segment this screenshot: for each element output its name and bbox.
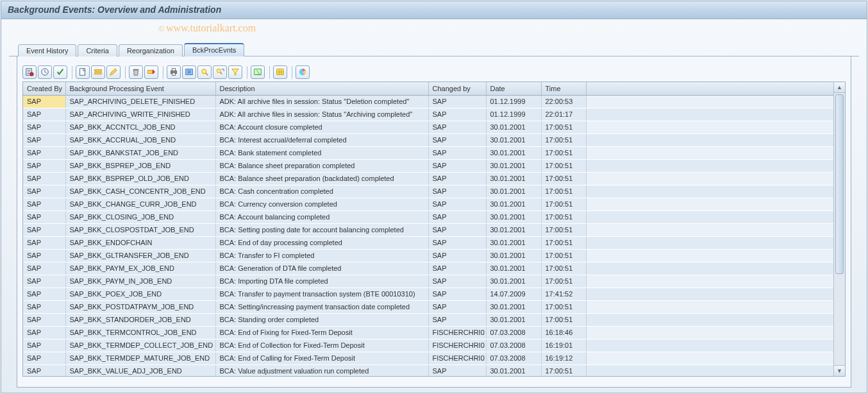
cell-date[interactable]: 01.12.1999 <box>486 96 541 108</box>
cell-desc[interactable]: BCA: Balance sheet preparation (backdate… <box>215 173 428 185</box>
cell-changedBy[interactable]: SAP <box>428 185 486 198</box>
cell-event[interactable]: SAP_BKK_POSTDATPAYM_JOB_END <box>65 301 215 314</box>
cell-event[interactable]: SAP_BKK_CHANGE_CURR_JOB_END <box>65 198 215 211</box>
cell-event[interactable]: SAP_BKK_STANDORDER_JOB_END <box>65 314 215 327</box>
cell-createdBy[interactable]: SAP <box>23 121 65 134</box>
cell-time[interactable]: 17:41:52 <box>541 288 586 301</box>
cell-time[interactable]: 17:00:51 <box>541 314 586 327</box>
cell-changedBy[interactable]: SAP <box>428 108 486 121</box>
table-row[interactable]: SAPSAP_BKK_CLOSING_JOB_ENDBCA: Account b… <box>23 211 845 224</box>
cell-createdBy[interactable]: SAP <box>23 211 65 224</box>
cell-time[interactable]: 17:00:51 <box>541 173 586 185</box>
cell-event[interactable]: SAP_BKK_ACCRUAL_JOB_END <box>65 134 215 147</box>
print-button[interactable] <box>167 65 181 79</box>
cell-desc[interactable]: BCA: Generation of DTA file completed <box>215 262 428 275</box>
cell-changedBy[interactable]: FISCHERCHRI0 <box>428 352 486 365</box>
chart-button[interactable] <box>296 65 310 79</box>
cell-changedBy[interactable]: SAP <box>428 211 486 224</box>
cell-time[interactable]: 16:19:01 <box>541 339 586 352</box>
scroll-down-arrow-icon[interactable]: ▼ <box>834 365 845 376</box>
table-row[interactable]: SAPSAP_BKK_BSPREP_JOB_ENDBCA: Balance sh… <box>23 160 845 173</box>
cell-time[interactable]: 16:18:46 <box>541 327 586 339</box>
cell-date[interactable]: 14.07.2009 <box>486 288 541 301</box>
cell-changedBy[interactable]: SAP <box>428 237 486 250</box>
cell-date[interactable]: 01.12.1999 <box>486 108 541 121</box>
cell-date[interactable]: 30.01.2001 <box>486 224 541 237</box>
cell-desc[interactable]: BCA: Interest accrual/deferral completed <box>215 134 428 147</box>
tab-bckprocevnts[interactable]: BckProcEvnts <box>184 43 244 56</box>
cell-date[interactable]: 30.01.2001 <box>486 134 541 147</box>
cell-event[interactable]: SAP_BKK_TERMDEP_MATURE_JOB_END <box>65 352 215 365</box>
table-row[interactable]: SAPSAP_BKK_TERMDEP_COLLECT_JOB_ENDBCA: E… <box>23 339 845 352</box>
cell-changedBy[interactable]: SAP <box>428 160 486 173</box>
cell-desc[interactable]: BCA: End of Collection for Fixed-Term De… <box>215 339 428 352</box>
cell-event[interactable]: SAP_BKK_VALUE_ADJ_JOB_END <box>65 365 215 377</box>
cell-desc[interactable]: BCA: End of day processing completed <box>215 237 428 250</box>
cell-date[interactable]: 30.01.2001 <box>486 275 541 288</box>
cell-changedBy[interactable]: SAP <box>428 121 486 134</box>
table-row[interactable]: SAPSAP_BKK_TERMCONTROL_JOB_ENDBCA: End o… <box>23 327 845 339</box>
pencil-button[interactable] <box>106 65 121 79</box>
tab-event-history[interactable]: Event History <box>18 44 76 56</box>
table-row[interactable]: SAPSAP_BKK_TERMDEP_MATURE_JOB_ENDBCA: En… <box>23 352 845 365</box>
table-row[interactable]: SAPSAP_ARCHIVING_DELETE_FINISHEDADK: All… <box>23 96 845 108</box>
doc-list-button[interactable] <box>22 65 37 79</box>
table-row[interactable]: SAPSAP_BKK_BSPREP_OLD_JOB_ENDBCA: Balanc… <box>23 173 845 185</box>
cell-desc[interactable]: BCA: Account closure completed <box>215 121 428 134</box>
tab-reorganization[interactable]: Reorganization <box>119 44 183 56</box>
cell-time[interactable]: 17:00:51 <box>541 237 586 250</box>
cell-changedBy[interactable]: SAP <box>428 134 486 147</box>
cell-time[interactable]: 17:00:51 <box>541 250 586 262</box>
cell-changedBy[interactable]: SAP <box>428 365 486 377</box>
scroll-track[interactable] <box>834 93 845 365</box>
cell-date[interactable]: 07.03.2008 <box>486 339 541 352</box>
cell-createdBy[interactable]: SAP <box>23 250 65 262</box>
cell-time[interactable]: 17:00:51 <box>541 185 586 198</box>
cell-date[interactable]: 30.01.2001 <box>486 173 541 185</box>
cell-event[interactable]: SAP_BKK_ACCNTCL_JOB_END <box>65 121 215 134</box>
execute-button[interactable] <box>38 65 52 79</box>
cell-createdBy[interactable]: SAP <box>23 314 65 327</box>
cell-date[interactable]: 30.01.2001 <box>486 121 541 134</box>
cell-date[interactable]: 07.03.2008 <box>486 327 541 339</box>
cell-time[interactable]: 17:00:51 <box>541 301 586 314</box>
cell-date[interactable]: 30.01.2001 <box>486 262 541 275</box>
cell-date[interactable]: 30.01.2001 <box>486 250 541 262</box>
scroll-up-arrow-icon[interactable]: ▲ <box>834 82 845 93</box>
cell-createdBy[interactable]: SAP <box>23 185 65 198</box>
cell-time[interactable]: 22:01:17 <box>541 108 586 121</box>
cell-changedBy[interactable]: SAP <box>428 147 486 160</box>
cell-createdBy[interactable]: SAP <box>23 262 65 275</box>
cell-date[interactable]: 07.03.2008 <box>486 352 541 365</box>
cell-desc[interactable]: BCA: Setting/increasing payment transact… <box>215 301 428 314</box>
cell-changedBy[interactable]: SAP <box>428 314 486 327</box>
cell-date[interactable]: 30.01.2001 <box>486 237 541 250</box>
cell-desc[interactable]: BCA: Currency conversion completed <box>215 198 428 211</box>
cell-createdBy[interactable]: SAP <box>23 198 65 211</box>
total-button[interactable] <box>251 65 265 79</box>
cell-time[interactable]: 22:00:53 <box>541 96 586 108</box>
cell-changedBy[interactable]: FISCHERCHRI0 <box>428 327 486 339</box>
cell-createdBy[interactable]: SAP <box>23 352 65 365</box>
cell-desc[interactable]: BCA: End of Calling for Fixed-Term Depos… <box>215 352 428 365</box>
cell-date[interactable]: 30.01.2001 <box>486 211 541 224</box>
cell-time[interactable]: 17:00:51 <box>541 365 586 377</box>
cell-createdBy[interactable]: SAP <box>23 339 65 352</box>
table-row[interactable]: SAPSAP_BKK_POSTDATPAYM_JOB_ENDBCA: Setti… <box>23 301 845 314</box>
col-header-time[interactable]: Time <box>541 82 586 96</box>
col-header-date[interactable]: Date <box>486 82 541 96</box>
cell-desc[interactable]: BCA: Transfer to FI completed <box>215 250 428 262</box>
cell-time[interactable]: 16:19:12 <box>541 352 586 365</box>
cell-createdBy[interactable]: SAP <box>23 96 65 108</box>
cell-date[interactable]: 30.01.2001 <box>486 198 541 211</box>
cell-time[interactable]: 17:00:51 <box>541 198 586 211</box>
cell-event[interactable]: SAP_BKK_BSPREP_OLD_JOB_END <box>65 173 215 185</box>
col-header-desc[interactable]: Description <box>215 82 428 96</box>
cell-createdBy[interactable]: SAP <box>23 134 65 147</box>
cell-event[interactable]: SAP_BKK_CLOSPOSTDAT_JOB_END <box>65 224 215 237</box>
cell-desc[interactable]: BCA: Account balancing completed <box>215 211 428 224</box>
table-row[interactable]: SAPSAP_BKK_STANDORDER_JOB_ENDBCA: Standi… <box>23 314 845 327</box>
cell-date[interactable]: 30.01.2001 <box>486 147 541 160</box>
cell-changedBy[interactable]: SAP <box>428 224 486 237</box>
cell-createdBy[interactable]: SAP <box>23 237 65 250</box>
